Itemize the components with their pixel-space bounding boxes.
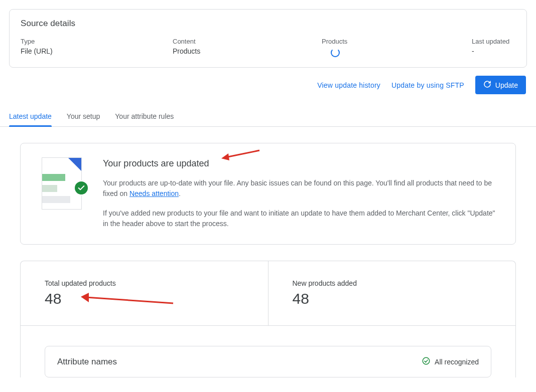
update-button-label: Update <box>495 81 518 89</box>
content-label: Content <box>173 38 322 45</box>
stat-new-value: 48 <box>293 290 492 307</box>
view-history-button[interactable]: View update history <box>317 81 380 89</box>
check-circle-icon <box>422 356 431 367</box>
kv-products: Products <box>322 38 472 57</box>
needs-attention-link[interactable]: Needs attention <box>129 189 179 198</box>
updated-value: - <box>472 47 515 55</box>
kv-content: Content Products <box>173 38 322 57</box>
tabs: Latest update Your setup Your attribute … <box>0 107 536 127</box>
document-icon <box>42 157 84 229</box>
products-label: Products <box>322 38 472 45</box>
body-area: Your products are updated Your products … <box>9 127 527 377</box>
actions-row: View update history Update by using SFTP… <box>9 76 526 94</box>
status-text: Your products are updated Your products … <box>103 156 500 229</box>
source-details-title: Source details <box>21 19 515 29</box>
attribute-status: All recognized <box>422 356 479 367</box>
attribute-names-title: Attribute names <box>57 357 117 367</box>
update-button[interactable]: Update <box>475 76 526 94</box>
updated-label: Last updated <box>472 38 515 45</box>
stats-row: Total updated products 48 New products a… <box>21 261 515 326</box>
update-sftp-button[interactable]: Update by using SFTP <box>391 81 464 89</box>
status-paragraph-1: Your products are up-to-date with your f… <box>103 178 500 199</box>
svg-point-4 <box>423 357 430 364</box>
tab-latest-update[interactable]: Latest update <box>9 107 52 126</box>
attribute-names-box: Attribute names All recognized <box>45 346 491 377</box>
stat-total-value: 48 <box>45 290 244 307</box>
source-details-row: Type File (URL) Content Products Product… <box>21 38 515 57</box>
status-p1b: . <box>179 189 181 198</box>
content-value: Products <box>173 47 322 55</box>
stat-total-label: Total updated products <box>45 279 244 287</box>
loading-spinner-icon <box>331 48 340 57</box>
status-paragraph-2: If you've added new products to your fil… <box>103 208 500 229</box>
tab-attribute-rules[interactable]: Your attribute rules <box>115 107 174 126</box>
attribute-status-text: All recognized <box>435 358 479 366</box>
kv-type: Type File (URL) <box>21 38 173 57</box>
stat-total-updated: Total updated products 48 <box>21 261 268 325</box>
status-card: Your products are updated Your products … <box>20 143 516 245</box>
attribute-row: Attribute names All recognized <box>21 326 515 377</box>
type-value: File (URL) <box>21 47 173 55</box>
checkmark-badge-icon <box>74 180 89 195</box>
stat-new-label: New products added <box>293 279 492 287</box>
source-details-card: Source details Type File (URL) Content P… <box>9 9 527 68</box>
tab-your-setup[interactable]: Your setup <box>67 107 100 126</box>
refresh-icon <box>483 80 491 90</box>
kv-updated: Last updated - <box>472 38 515 57</box>
stats-card: Total updated products 48 New products a… <box>20 261 516 377</box>
status-title: Your products are updated <box>103 158 500 169</box>
stat-new-added: New products added 48 <box>268 261 516 325</box>
type-label: Type <box>21 38 173 45</box>
